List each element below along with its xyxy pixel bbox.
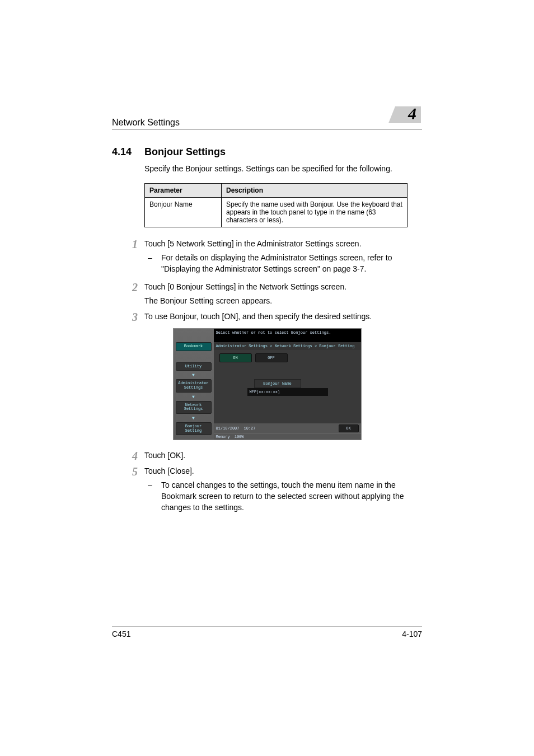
screen-prompt: Select whether or not to select Bonjour … <box>214 329 361 342</box>
chevron-down-icon: ▼ <box>192 372 195 377</box>
chevron-down-icon: ▼ <box>192 394 195 399</box>
section-intro: Specify the Bonjour settings. Settings c… <box>144 164 422 174</box>
table-header-parameter: Parameter <box>145 183 222 197</box>
status-memory-label: Memory <box>216 435 230 439</box>
on-toggle[interactable]: ON <box>219 353 252 362</box>
status-memory-pct: 100% <box>235 435 244 439</box>
table-header-description: Description <box>222 183 407 197</box>
running-title: Network Settings <box>112 118 180 128</box>
step-text: To use Bonjour, touch [ON], and then spe… <box>144 312 372 321</box>
section-title: Bonjour Settings <box>144 146 226 158</box>
table-row: Bonjour Name Specify the name used with … <box>145 197 407 227</box>
step-number: 5 <box>112 466 144 515</box>
step-number: 4 <box>112 450 144 461</box>
breadcrumb: Administrator Settings > Network Setting… <box>214 342 361 350</box>
step-text: Touch [0 Bonjour Settings] in the Networ… <box>144 282 346 291</box>
table-cell-desc: Specify the name used with Bonjour. Use … <box>222 197 407 227</box>
running-header: Network Settings <box>112 118 422 129</box>
step-number: 2 <box>112 282 144 307</box>
parameter-table: Parameter Description Bonjour Name Speci… <box>144 183 407 227</box>
step-text: Touch [OK]. <box>144 451 185 460</box>
step-extra: The Bonjour Setting screen appears. <box>144 296 422 307</box>
section-number: 4.14 <box>112 146 144 158</box>
bonjour-setting-button[interactable]: Bonjour Setting <box>176 422 212 435</box>
page-footer: C451 4-107 <box>112 627 422 638</box>
chapter-number: 4 <box>408 104 416 123</box>
off-toggle[interactable]: OFF <box>255 353 288 362</box>
bonjour-name-button[interactable]: Bonjour Name <box>254 379 301 388</box>
step-number: 1 <box>112 239 144 277</box>
ok-button[interactable]: OK <box>339 424 359 432</box>
network-settings-button[interactable]: Network Settings <box>176 401 212 414</box>
footer-page: 4-107 <box>402 629 422 638</box>
step-subtext: To cancel changes to the settings, touch… <box>161 480 422 513</box>
table-cell-param: Bonjour Name <box>145 197 222 227</box>
admin-settings-button[interactable]: Administrator Settings <box>176 379 212 392</box>
step-text: Touch [Close]. <box>144 466 194 475</box>
step-text: Touch [5 Network Setting] in the Adminis… <box>144 239 362 248</box>
utility-button[interactable]: Utility <box>176 362 212 371</box>
device-screenshot: Bookmark Utility ▼ Administrator Setting… <box>173 328 362 440</box>
step-number: 3 <box>112 311 144 323</box>
bonjour-name-value: MFP(xx:xx:xx) <box>247 388 328 396</box>
dash-bullet: – <box>144 480 161 513</box>
chevron-down-icon: ▼ <box>192 416 195 421</box>
bookmark-button[interactable]: Bookmark <box>176 342 212 351</box>
step-subtext: For details on displaying the Administra… <box>161 253 422 274</box>
footer-model: C451 <box>112 629 130 638</box>
status-time: 10:27 <box>244 426 256 431</box>
dash-bullet: – <box>144 253 161 274</box>
status-date: 01/18/2007 <box>216 426 240 431</box>
